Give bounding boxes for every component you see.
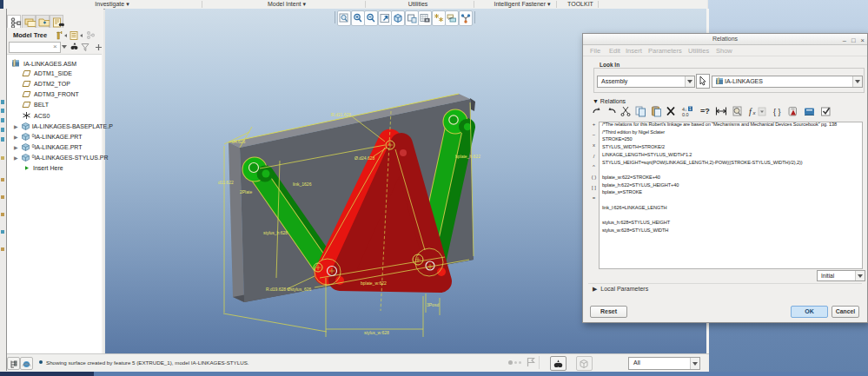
svg-text:f: f xyxy=(749,107,752,116)
svg-text:stylus_w:628: stylus_w:628 xyxy=(364,330,389,335)
svg-text:x: x xyxy=(752,110,757,115)
svg-text:=?: =? xyxy=(700,107,710,115)
svg-text:stylus_h:628: stylus_h:628 xyxy=(263,230,288,235)
svg-text:{ }: { } xyxy=(773,108,781,116)
svg-text:bplate_w:622: bplate_w:622 xyxy=(361,280,387,286)
svg-text:d4.626: d4.626 xyxy=(232,139,246,144)
svg-text:3Posd: 3Posd xyxy=(427,302,439,307)
svg-text:0.0: 0.0 xyxy=(682,112,689,117)
svg-text:d11.622: d11.622 xyxy=(218,180,234,185)
svg-text:link_1626: link_1626 xyxy=(293,181,312,187)
svg-text:2Plate: 2Plate xyxy=(240,189,252,195)
svg-text:Ø.d24.628: Ø.d24.628 xyxy=(354,155,375,161)
svg-text:R.d19.628 Østylus_626: R.d19.628 Østylus_626 xyxy=(266,287,311,292)
svg-text:bplate_h.622: bplate_h.622 xyxy=(455,154,480,159)
svg-text:R.d21.628: R.d21.628 xyxy=(331,112,351,117)
